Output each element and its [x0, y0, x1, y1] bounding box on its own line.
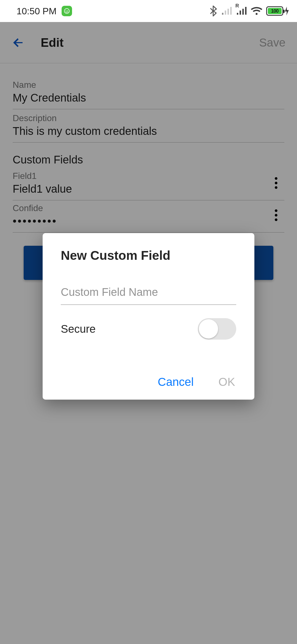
status-bar: 10:50 PM R 100 [0, 0, 297, 22]
toggle-knob [199, 319, 218, 339]
secure-label: Secure [61, 323, 96, 335]
battery-indicator: 100 [266, 6, 289, 16]
bluetooth-icon [210, 6, 217, 17]
roaming-label: R [235, 3, 239, 9]
ok-button[interactable]: OK [218, 375, 235, 389]
wifi-icon [251, 6, 262, 16]
status-right: R 100 [210, 6, 289, 17]
battery-pct: 100 [268, 8, 282, 14]
custom-field-name-input[interactable] [61, 284, 236, 305]
app-root: Edit Save Name My Credentials Descriptio… [0, 22, 297, 644]
cancel-button[interactable]: Cancel [158, 375, 194, 389]
signal-weak-icon [221, 6, 232, 16]
svg-point-0 [64, 9, 69, 13]
svg-point-1 [65, 10, 66, 11]
svg-point-2 [67, 10, 68, 11]
status-time: 10:50 PM [16, 6, 57, 17]
notification-app-icon [62, 6, 72, 16]
secure-row: Secure [61, 318, 236, 340]
dialog-actions: Cancel OK [61, 375, 236, 389]
new-custom-field-dialog: New Custom Field Secure Cancel OK [43, 233, 254, 400]
secure-toggle[interactable] [198, 318, 236, 340]
dialog-title: New Custom Field [61, 248, 236, 263]
status-left: 10:50 PM [16, 6, 72, 17]
charging-icon [284, 7, 289, 15]
